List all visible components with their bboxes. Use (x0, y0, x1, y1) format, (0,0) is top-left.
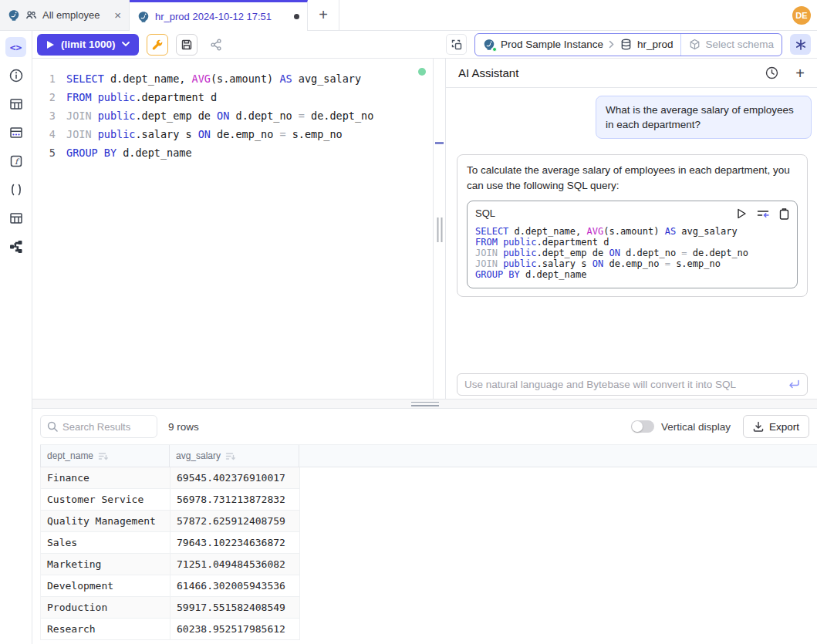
horizontal-splitter[interactable] (32, 399, 817, 409)
sql-editor[interactable]: 1SELECT d.dept_name, AVG(s.amount) AS av… (32, 59, 434, 399)
table-cell[interactable]: Customer Service (41, 489, 170, 510)
sidebar-item-worksheet[interactable]: <> (5, 37, 26, 57)
vertical-splitter[interactable] (434, 59, 446, 399)
connection-selector[interactable]: Prod Sample Instance hr_prod Select sche… (474, 33, 782, 56)
close-icon[interactable]: × (114, 9, 121, 21)
table-cell[interactable]: Marketing (41, 554, 170, 575)
connection-status-dot (418, 68, 426, 76)
code-block-label: SQL (475, 206, 495, 221)
table-cell[interactable]: Finance (41, 467, 170, 488)
batch-query-squares-icon (451, 39, 463, 51)
copy-code-icon[interactable] (779, 208, 789, 220)
schema-diagram-icon (8, 239, 24, 255)
ai-assistant-header: AI Assistant + (446, 59, 817, 88)
left-sidebar: <> f (0, 31, 32, 644)
table-cell[interactable]: 61466.302005943536 (170, 575, 300, 596)
sidebar-item-tables[interactable] (5, 94, 26, 114)
table-row[interactable]: Development61466.302005943536 (40, 575, 300, 597)
instance-database-selector[interactable]: Prod Sample Instance hr_prod (475, 34, 680, 56)
column-header[interactable]: avg_salary (170, 445, 299, 467)
table-cell[interactable]: Quality Management (41, 511, 170, 531)
postgresql-icon (8, 9, 20, 22)
database-cylinder-icon (620, 39, 632, 50)
ai-sql-line: FROM public.department d (475, 237, 789, 248)
sidebar-item-views[interactable] (5, 208, 26, 228)
user-message-bubble: What is the average salary of employees … (596, 96, 812, 139)
line-number: 1 (32, 69, 66, 88)
table-cell[interactable]: 56978.731213872832 (170, 489, 300, 510)
line-number: 4 (32, 125, 66, 143)
run-code-icon[interactable] (737, 208, 747, 219)
sidebar-item-procedures[interactable] (5, 180, 26, 200)
schema-selector[interactable]: Select schema (681, 34, 782, 56)
share-nodes-icon (210, 39, 222, 51)
new-tab-button[interactable]: + (308, 0, 339, 31)
table-header-row: dept_nameavg_salary (40, 444, 817, 467)
insert-code-icon[interactable] (757, 208, 769, 219)
share-button[interactable] (205, 34, 227, 56)
search-results-input[interactable] (62, 421, 150, 433)
sidebar-item-info[interactable] (5, 66, 26, 86)
send-return-icon[interactable] (788, 379, 800, 389)
history-clock-icon[interactable] (765, 66, 778, 79)
schema-placeholder: Select schema (705, 39, 774, 50)
table-cell[interactable]: 71251.049484536082 (170, 554, 300, 575)
header-spacer (299, 445, 817, 467)
batch-query-button[interactable] (446, 34, 467, 55)
tab-bar: All employee × hr_prod 2024-10-12 17:51 … (0, 0, 817, 31)
table-cell[interactable]: Research (41, 619, 170, 639)
parentheses-icon (8, 182, 24, 197)
chevron-right-icon (609, 40, 615, 49)
table-cell[interactable]: 69545.402376910017 (170, 467, 300, 488)
table-cell[interactable]: 60238.952517985612 (170, 619, 300, 639)
table-cell[interactable]: Production (41, 597, 170, 618)
table-row[interactable]: Marketing71251.049484536082 (40, 554, 300, 575)
sql-line: 1SELECT d.dept_name, AVG(s.amount) AS av… (32, 69, 433, 88)
sidebar-item-table-data[interactable] (5, 123, 26, 143)
ai-prompt-input[interactable] (464, 379, 782, 390)
format-sql-button[interactable] (147, 34, 168, 56)
table-row[interactable]: Production59917.551582408549 (40, 597, 300, 619)
wrench-icon (151, 39, 164, 51)
table-cell[interactable]: 59917.551582408549 (170, 597, 300, 618)
table-cell[interactable]: Sales (41, 532, 170, 553)
instance-name: Prod Sample Instance (501, 39, 603, 50)
search-results-box[interactable] (40, 415, 157, 438)
column-header[interactable]: dept_name (40, 445, 170, 467)
ai-assistant-toggle-button[interactable] (790, 34, 811, 55)
table-row[interactable]: Research60238.952517985612 (40, 619, 300, 640)
code-tags-icon: <> (10, 42, 22, 53)
table-row[interactable]: Customer Service56978.731213872832 (40, 489, 300, 511)
tab-all-employee[interactable]: All employee × (0, 0, 130, 31)
function-square-icon: f (8, 153, 24, 169)
sidebar-item-functions[interactable]: f (5, 151, 26, 171)
new-chat-plus-icon[interactable]: + (795, 66, 805, 81)
tab-hr-prod[interactable]: hr_prod 2024-10-12 17:51 (130, 0, 308, 31)
export-button[interactable]: Export (743, 415, 809, 438)
vertical-display-toggle[interactable] (631, 420, 654, 433)
table-cell[interactable]: 79643.102234636872 (170, 532, 300, 553)
cursor-overview-marker (435, 142, 444, 144)
ai-sql-line: JOIN public.salary s ON de.emp_no = s.em… (475, 258, 789, 269)
search-icon (47, 421, 58, 432)
ai-chat-area: What is the average salary of employees … (446, 88, 817, 373)
svg-text:f: f (15, 157, 20, 166)
vertical-display-label: Vertical display (661, 421, 731, 433)
table-grid-icon (8, 211, 24, 226)
table-row[interactable]: Sales79643.102234636872 (40, 532, 300, 554)
table-row[interactable]: Finance69545.402376910017 (40, 467, 300, 489)
table-cell[interactable]: 57872.625912408759 (170, 511, 300, 531)
sidebar-item-schema-diagram[interactable] (5, 237, 26, 257)
line-number: 2 (32, 88, 66, 106)
download-icon (753, 421, 764, 432)
user-avatar[interactable]: DE (792, 6, 811, 25)
tab-label: hr_prod 2024-10-12 17:51 (155, 11, 272, 22)
save-sheet-button[interactable] (176, 34, 197, 56)
table-cell[interactable]: Development (41, 575, 170, 596)
run-query-button[interactable]: (limit 1000) (37, 34, 139, 56)
table-grid-icon (8, 96, 24, 112)
table-row[interactable]: Quality Management57872.625912408759 (40, 511, 300, 532)
info-circle-icon (8, 68, 24, 83)
floppy-disk-icon (181, 39, 193, 51)
assistant-response: To calculate the average salary of emplo… (457, 154, 808, 297)
